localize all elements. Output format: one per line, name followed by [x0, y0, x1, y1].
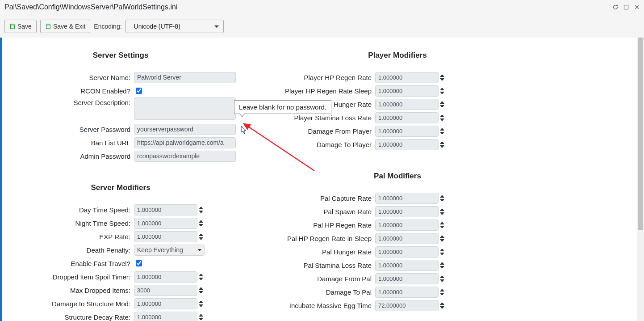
stepper-down-icon[interactable]	[199, 304, 203, 308]
row-dmg-from-player: Damage From Player	[277, 124, 518, 138]
stepper-up-icon[interactable]	[440, 73, 444, 77]
encoding-select[interactable]: Unicode (UTF-8)	[125, 20, 224, 33]
server-name-input[interactable]	[134, 72, 236, 83]
rcon-enabled-checkbox[interactable]	[136, 88, 142, 94]
stepper-down-icon[interactable]	[199, 224, 203, 228]
save-button[interactable]: Save	[4, 20, 37, 33]
pal-hp-regen-sleep-input[interactable]	[375, 233, 439, 244]
stepper-down-icon[interactable]	[440, 226, 444, 230]
stepper-up-icon[interactable]	[199, 286, 203, 290]
pal-hp-regen-input[interactable]	[375, 220, 439, 231]
stepper-down-icon[interactable]	[440, 199, 444, 203]
player-hp-regen-label: Player HP Regen Rate	[277, 74, 375, 81]
stepper-down-icon[interactable]	[199, 211, 203, 215]
row-dmg-structure: Damage to Structure Mod:	[0, 297, 241, 310]
player-hp-regen-input[interactable]	[375, 72, 439, 83]
stepper-up-icon[interactable]	[440, 301, 444, 305]
stepper-up-icon[interactable]	[199, 313, 203, 317]
incubate-input[interactable]	[375, 300, 439, 311]
stepper-up-icon[interactable]	[440, 113, 444, 117]
stepper-up-icon[interactable]	[440, 100, 444, 104]
stepper-down-icon[interactable]	[199, 237, 203, 241]
player-stamina-input[interactable]	[375, 112, 439, 123]
stepper-up-icon[interactable]	[440, 220, 444, 224]
stepper-up-icon[interactable]	[440, 261, 444, 265]
server-name-label: Server Name:	[0, 74, 134, 81]
maximize-icon[interactable]	[623, 4, 630, 11]
max-dropped-input[interactable]	[134, 285, 197, 296]
stepper-up-icon[interactable]	[440, 207, 444, 211]
stepper-down-icon[interactable]	[440, 306, 444, 310]
stepper-down-icon[interactable]	[440, 105, 444, 109]
night-time-input[interactable]	[134, 218, 197, 229]
dropped-spoil-label: Dropped Item Spoil Timer:	[0, 273, 134, 281]
stepper-down-icon[interactable]	[440, 118, 444, 122]
dmg-to-player-label: Damage To Player	[277, 141, 375, 148]
dropped-spoil-input[interactable]	[134, 271, 197, 283]
stepper-down-icon[interactable]	[440, 212, 444, 216]
save-exit-icon	[45, 23, 51, 30]
scrollbar-thumb[interactable]	[638, 38, 643, 230]
row-pal-hp-regen-sleep: Pal HP Regen Rate in Sleep	[277, 232, 518, 245]
death-penalty-select[interactable]: Keep Everything	[134, 245, 205, 256]
dmg-to-pal-input[interactable]	[375, 287, 439, 298]
stepper-up-icon[interactable]	[199, 205, 203, 209]
stepper-down-icon[interactable]	[440, 253, 444, 257]
stepper-up-icon[interactable]	[440, 287, 444, 291]
server-description-input[interactable]	[134, 97, 236, 120]
stepper-down-icon[interactable]	[440, 266, 444, 270]
pal-capture-input[interactable]	[375, 193, 439, 204]
stepper-down-icon[interactable]	[199, 278, 203, 282]
pal-stamina-input[interactable]	[375, 260, 439, 271]
encoding-label: Encoding:	[94, 23, 121, 30]
stepper-up-icon[interactable]	[199, 219, 203, 223]
dmg-from-player-input[interactable]	[375, 126, 439, 137]
structure-decay-input[interactable]	[134, 312, 197, 321]
stepper-up-icon[interactable]	[440, 86, 444, 90]
stepper-up-icon[interactable]	[440, 194, 444, 198]
stepper-down-icon[interactable]	[440, 293, 444, 297]
row-pal-stamina: Pal Stamina Loss Rate	[277, 258, 518, 272]
stepper-up-icon[interactable]	[440, 274, 444, 278]
stepper-down-icon[interactable]	[440, 145, 444, 149]
row-admin-password: Admin Password	[0, 149, 241, 163]
save-label: Save	[17, 23, 32, 30]
stepper-down-icon[interactable]	[440, 78, 444, 82]
dmg-structure-input[interactable]	[134, 298, 197, 309]
stepper-up-icon[interactable]	[440, 234, 444, 238]
reload-icon[interactable]	[612, 4, 619, 11]
close-icon[interactable]	[633, 4, 640, 11]
ban-list-input[interactable]	[134, 137, 236, 148]
row-exp-rate: EXP Rate:	[0, 230, 241, 243]
stepper-down-icon[interactable]	[199, 291, 203, 295]
password-tooltip: Leave blank for no password.	[234, 100, 331, 114]
player-hp-regen-sleep-input[interactable]	[375, 85, 439, 97]
day-time-input[interactable]	[134, 204, 197, 215]
vertical-scrollbar[interactable]	[637, 38, 644, 321]
fast-travel-checkbox[interactable]	[136, 260, 142, 266]
stepper-up-icon[interactable]	[199, 272, 203, 276]
stepper-down-icon[interactable]	[440, 279, 444, 283]
stepper-down-icon[interactable]	[440, 92, 444, 96]
stepper-up-icon[interactable]	[440, 247, 444, 251]
stepper-down-icon[interactable]	[440, 132, 444, 136]
stepper-down-icon[interactable]	[199, 318, 203, 321]
stepper-down-icon[interactable]	[440, 239, 444, 243]
admin-password-input[interactable]	[134, 151, 236, 162]
exp-rate-input[interactable]	[134, 231, 197, 242]
fast-travel-label: Enable Fast Travel?	[0, 260, 134, 267]
player-hp-regen-sleep-label: Player HP Regen Rate Sleep	[277, 87, 375, 95]
pal-spawn-input[interactable]	[375, 206, 439, 217]
server-password-input[interactable]	[134, 124, 236, 135]
player-hunger-input[interactable]	[375, 99, 439, 110]
dmg-to-player-input[interactable]	[375, 139, 439, 150]
dmg-from-pal-input[interactable]	[375, 273, 439, 284]
pal-hunger-input[interactable]	[375, 246, 439, 258]
stepper-up-icon[interactable]	[199, 299, 203, 303]
save-icon	[9, 23, 16, 30]
stepper-up-icon[interactable]	[440, 127, 444, 131]
stepper-up-icon[interactable]	[199, 232, 203, 236]
stepper-up-icon[interactable]	[440, 140, 444, 144]
save-exit-button[interactable]: Save & Exit	[40, 20, 90, 33]
row-pal-hp-regen: Pal HP Regen Rate	[277, 218, 518, 232]
